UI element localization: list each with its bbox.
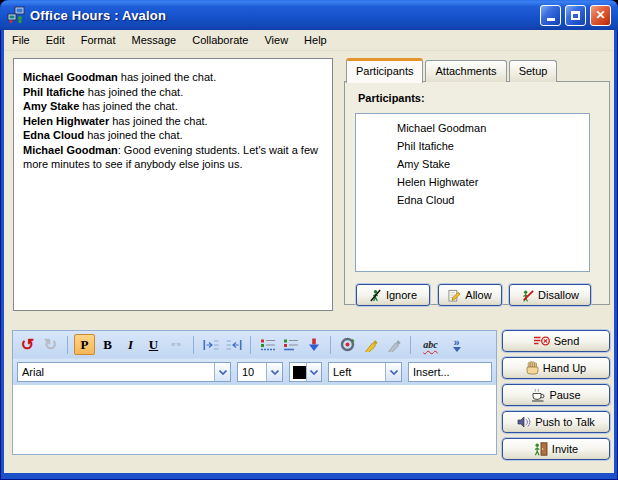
chevron-down-icon <box>266 363 282 381</box>
minimize-icon <box>547 18 555 21</box>
tab-setup[interactable]: Setup <box>509 60 558 82</box>
pause-button[interactable]: Pause <box>502 384 610 406</box>
italic-button[interactable]: I <box>120 334 141 355</box>
undo-icon: ↺ <box>21 337 34 353</box>
insert-value: Insert... <box>409 366 491 378</box>
chat-message: Amy Stake has joined the chat. <box>23 99 324 114</box>
symbols-button[interactable]: «» <box>166 334 187 355</box>
send-label: Send <box>554 335 580 347</box>
format-painter-icon <box>387 338 401 352</box>
color-swatch <box>293 366 306 379</box>
highlighter-button[interactable] <box>360 334 381 355</box>
text-color-combo[interactable] <box>289 362 322 382</box>
chat-log[interactable]: Michael Goodman has joined the chat. Phi… <box>13 58 333 311</box>
alignment-combo[interactable]: Left <box>328 362 402 382</box>
window-title: Office Hours : Avalon <box>30 8 166 23</box>
ignore-button[interactable]: Ignore <box>356 284 430 306</box>
pause-label: Pause <box>549 389 580 401</box>
format-toolbar: ↺ ↻ P B I U «» <box>13 331 496 358</box>
client-area: File Edit Format Message Collaborate Vie… <box>4 30 614 473</box>
toolbar-separator <box>330 336 331 354</box>
list-item[interactable]: Michael Goodman <box>356 120 589 138</box>
more-tools-icon: » <box>453 338 461 352</box>
disallow-person-icon <box>521 289 534 302</box>
menu-bar: File Edit Format Message Collaborate Vie… <box>4 30 614 51</box>
participants-list[interactable]: Michael Goodman Phil Itafiche Amy Stake … <box>355 113 590 272</box>
close-button[interactable]: ✕ <box>590 5 611 26</box>
font-size-value: 10 <box>238 366 266 378</box>
alignment-value: Left <box>329 366 385 378</box>
invite-label: Invite <box>552 443 578 455</box>
red-marker-list-icon <box>260 338 276 351</box>
insert-combo[interactable]: Insert... <box>408 362 492 382</box>
font-name-value: Arial <box>18 366 214 378</box>
chevron-down-icon <box>214 363 230 381</box>
font-name-combo[interactable]: Arial <box>17 362 231 382</box>
tab-participants[interactable]: Participants <box>346 58 423 83</box>
allow-label: Allow <box>465 289 491 301</box>
paragraph-icon: P <box>81 337 89 353</box>
menu-collaborate[interactable]: Collaborate <box>184 31 256 49</box>
list-item[interactable]: Edna Cloud <box>356 192 589 210</box>
hand-up-button[interactable]: Hand Up <box>502 357 610 379</box>
menu-file[interactable]: File <box>4 31 38 49</box>
italic-icon: I <box>128 337 133 353</box>
menu-message[interactable]: Message <box>124 31 185 49</box>
toolbar-separator <box>67 336 68 354</box>
circular-arrows-button[interactable] <box>337 334 358 355</box>
format-painter-button[interactable] <box>383 334 404 355</box>
paragraph-style-button[interactable]: P <box>74 334 95 355</box>
menu-help[interactable]: Help <box>296 31 335 49</box>
message-filter-button-2[interactable] <box>280 334 301 355</box>
maximize-icon <box>571 11 580 20</box>
coffee-cup-icon <box>531 389 545 402</box>
disallow-label: Disallow <box>538 289 579 301</box>
toolbar-separator <box>410 336 411 354</box>
highlighter-icon <box>364 338 378 352</box>
menu-edit[interactable]: Edit <box>38 31 73 49</box>
menu-view[interactable]: View <box>256 31 296 49</box>
toolbar-separator <box>193 336 194 354</box>
app-window: Office Hours : Avalon ✕ File Edit Format… <box>0 0 618 480</box>
undo-button[interactable]: ↺ <box>17 334 38 355</box>
spell-check-button[interactable]: abc <box>417 334 444 355</box>
participants-panel: Participants: Michael Goodman Phil Itafi… <box>344 81 610 305</box>
indent-increase-button[interactable] <box>200 334 221 355</box>
maximize-button[interactable] <box>565 5 586 26</box>
hand-icon <box>526 361 539 375</box>
chat-message: Phil Itafiche has joined the chat. <box>23 85 324 100</box>
invite-button[interactable]: Invite <box>502 438 610 460</box>
invite-door-icon <box>534 442 548 456</box>
down-arrow-icon <box>308 338 320 352</box>
underline-button[interactable]: U <box>143 334 164 355</box>
participants-label: Participants: <box>358 92 425 104</box>
list-item[interactable]: Phil Itafiche <box>356 138 589 156</box>
tab-attachments[interactable]: Attachments <box>425 60 506 82</box>
title-bar: Office Hours : Avalon ✕ <box>0 0 618 30</box>
indent-decrease-button[interactable] <box>223 334 244 355</box>
message-input[interactable] <box>13 385 496 454</box>
font-size-combo[interactable]: 10 <box>237 362 283 382</box>
indent-increase-icon <box>203 339 219 351</box>
more-tools-button[interactable]: » <box>446 334 467 355</box>
chevron-down-icon <box>306 363 321 381</box>
green-marker-list-icon <box>283 338 299 351</box>
scroll-to-bottom-button[interactable] <box>303 334 324 355</box>
allow-button[interactable]: Allow <box>438 284 502 306</box>
push-to-talk-label: Push to Talk <box>535 416 595 428</box>
send-button[interactable]: Send <box>502 330 610 352</box>
redo-button[interactable]: ↻ <box>40 334 61 355</box>
push-to-talk-button[interactable]: Push to Talk <box>502 411 610 433</box>
list-item[interactable]: Helen Highwater <box>356 174 589 192</box>
menu-format[interactable]: Format <box>73 31 124 49</box>
symbols-icon: «» <box>171 340 182 349</box>
minimize-button[interactable] <box>540 5 561 26</box>
disallow-button[interactable]: Disallow <box>509 284 591 306</box>
bold-button[interactable]: B <box>97 334 118 355</box>
list-item[interactable]: Amy Stake <box>356 156 589 174</box>
ignore-person-icon <box>369 289 382 302</box>
speaker-icon <box>517 416 531 428</box>
bold-icon: B <box>103 337 112 353</box>
close-icon: ✕ <box>595 8 605 22</box>
message-filter-button-1[interactable] <box>257 334 278 355</box>
